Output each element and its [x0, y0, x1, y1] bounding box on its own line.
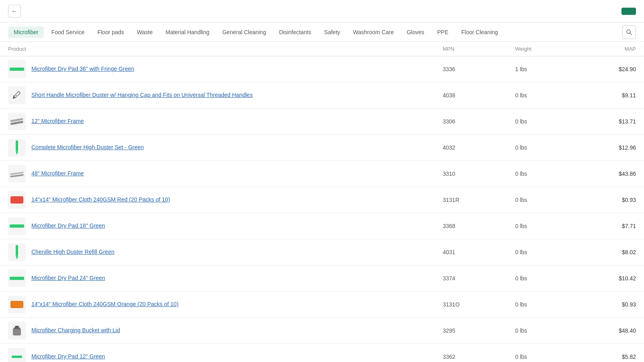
- product-name-link[interactable]: Microfiber Charging Bucket with Lid: [31, 327, 120, 335]
- product-name-link[interactable]: 14"x14" Microfiber Cloth 240GSM Red (20 …: [31, 196, 170, 204]
- email-globe-button[interactable]: [621, 8, 636, 15]
- product-cell: 🖊Short Handle Microfiber Duster w/ Hangi…: [8, 82, 443, 108]
- table-header: Product MPN Weight MAP: [0, 42, 644, 56]
- product-name-link[interactable]: 12" Microfiber Frame: [31, 117, 84, 125]
- weight-cell: 0 lbs: [515, 249, 588, 255]
- product-cell: Microfiber Charging Bucket with Lid: [8, 318, 443, 343]
- map-cell: $13.71: [588, 118, 636, 125]
- tab-floor-cleaning[interactable]: Floor Cleaning: [456, 27, 504, 38]
- tab-microfiber[interactable]: Microfiber: [8, 27, 44, 38]
- tab-list: MicrofiberFood ServiceFloor padsWasteMat…: [8, 27, 621, 38]
- search-icon: [626, 29, 632, 35]
- table-row: 🖊Short Handle Microfiber Duster w/ Hangi…: [0, 82, 644, 109]
- col-product: Product: [8, 46, 443, 52]
- product-name-link[interactable]: Short Handle Microfiber Duster w/ Hangin…: [31, 91, 253, 99]
- weight-cell: 0 lbs: [515, 171, 588, 177]
- svg-rect-9: [16, 245, 18, 256]
- mpn-cell: 3131R: [443, 197, 515, 203]
- weight-cell: 0 lbs: [515, 92, 588, 99]
- product-cell: 14"x14" Microfiber Cloth 240GSM Red (20 …: [8, 187, 443, 213]
- map-cell: $12.96: [588, 144, 636, 151]
- mpn-cell: 3374: [443, 275, 515, 282]
- product-name-link[interactable]: Chenille High Duster Refill Green: [31, 248, 114, 256]
- product-name-link[interactable]: Complete Microfiber High Duster Set - Gr…: [31, 144, 144, 152]
- product-image: [8, 191, 26, 209]
- map-cell: $48.40: [588, 327, 636, 334]
- table-row: Microfiber Dry Pad 24" Green33740 lbs$10…: [0, 265, 644, 292]
- visit-website-button[interactable]: [607, 9, 615, 14]
- header-left: ←: [8, 5, 27, 18]
- table-row: Microfiber Dry Pad 12" Green33620 lbs$5.…: [0, 344, 644, 362]
- mpn-cell: 4038: [443, 92, 515, 99]
- product-cell: Microfiber Dry Pad 18" Green: [8, 213, 443, 239]
- tab-floor-pads[interactable]: Floor pads: [92, 27, 130, 38]
- product-name-link[interactable]: 14"x14" Microfiber Cloth 240GSM Orange (…: [31, 300, 179, 309]
- mpn-cell: 3295: [443, 327, 515, 334]
- weight-cell: 0 lbs: [515, 118, 588, 125]
- table-row: Complete Microfiber High Duster Set - Gr…: [0, 135, 644, 161]
- product-name-link[interactable]: Microfiber Dry Pad 36" with Fringe Green: [31, 65, 134, 73]
- products-table: Product MPN Weight MAP Microfiber Dry Pa…: [0, 42, 644, 362]
- mpn-cell: 4031: [443, 249, 515, 255]
- svg-rect-13: [14, 327, 20, 329]
- svg-rect-12: [13, 328, 21, 335]
- product-image: [8, 165, 26, 183]
- product-cell: Microfiber Dry Pad 36" with Fringe Green: [8, 56, 443, 82]
- tab-food-service[interactable]: Food Service: [45, 27, 90, 38]
- mpn-cell: 3310: [443, 171, 515, 177]
- map-cell: $10.42: [588, 275, 636, 282]
- product-image: [8, 139, 26, 156]
- table-row: 48" Microfiber Frame33100 lbs$43.86: [0, 161, 644, 187]
- product-image: [8, 296, 26, 313]
- product-cell: Complete Microfiber High Duster Set - Gr…: [8, 135, 443, 160]
- tab-gloves[interactable]: Gloves: [401, 27, 430, 38]
- mpn-cell: 3131O: [443, 301, 515, 308]
- table-row: 14"x14" Microfiber Cloth 240GSM Orange (…: [0, 292, 644, 318]
- search-button[interactable]: [622, 25, 636, 39]
- weight-cell: 1 lbs: [515, 66, 588, 72]
- product-image: [8, 348, 26, 362]
- mpn-cell: 3362: [443, 354, 515, 360]
- col-mpn: MPN: [443, 46, 515, 52]
- product-name-link[interactable]: 48" Microfiber Frame: [31, 170, 84, 178]
- weight-cell: 0 lbs: [515, 197, 588, 203]
- product-name-link[interactable]: Microfiber Dry Pad 24" Green: [31, 274, 105, 282]
- tab-safety[interactable]: Safety: [318, 27, 346, 38]
- map-cell: $43.86: [588, 171, 636, 177]
- product-cell: 48" Microfiber Frame: [8, 161, 443, 187]
- product-image: [8, 322, 26, 339]
- mpn-cell: 3306: [443, 118, 515, 125]
- map-cell: $9.11: [588, 92, 636, 99]
- table-row: Microfiber Dry Pad 18" Green33680 lbs$7.…: [0, 213, 644, 239]
- table-row: Microfiber Charging Bucket with Lid32950…: [0, 318, 644, 344]
- tab-ppe[interactable]: PPE: [431, 27, 454, 38]
- svg-marker-10: [16, 256, 18, 259]
- product-image: [8, 243, 26, 261]
- product-cell: Microfiber Dry Pad 12" Green: [8, 344, 443, 362]
- svg-line-1: [630, 33, 632, 35]
- product-image: [8, 113, 26, 130]
- product-name-link[interactable]: Microfiber Dry Pad 18" Green: [31, 222, 105, 230]
- map-cell: $5.82: [588, 354, 636, 360]
- map-cell: $0.93: [588, 301, 636, 308]
- tab-material-handling[interactable]: Material Handling: [160, 27, 215, 38]
- mpn-cell: 3368: [443, 223, 515, 229]
- tab-general-cleaning[interactable]: General Cleaning: [217, 27, 272, 38]
- map-cell: $0.93: [588, 197, 636, 203]
- tab-bar: MicrofiberFood ServiceFloor padsWasteMat…: [0, 23, 644, 42]
- mpn-cell: 3336: [443, 66, 515, 72]
- product-cell: Microfiber Dry Pad 24" Green: [8, 265, 443, 291]
- tab-disinfectants[interactable]: Disinfectants: [273, 27, 317, 38]
- tab-washroom-care[interactable]: Washroom Care: [347, 27, 399, 38]
- col-weight: Weight: [515, 46, 588, 52]
- weight-cell: 0 lbs: [515, 354, 588, 360]
- tab-waste[interactable]: Waste: [131, 27, 158, 38]
- table-row: 12" Microfiber Frame33060 lbs$13.71: [0, 109, 644, 135]
- header: ←: [0, 0, 644, 23]
- weight-cell: 0 lbs: [515, 275, 588, 282]
- weight-cell: 0 lbs: [515, 301, 588, 308]
- product-name-link[interactable]: Microfiber Dry Pad 12" Green: [31, 353, 105, 361]
- weight-cell: 0 lbs: [515, 327, 588, 334]
- back-button[interactable]: ←: [8, 5, 21, 18]
- map-cell: $7.71: [588, 223, 636, 229]
